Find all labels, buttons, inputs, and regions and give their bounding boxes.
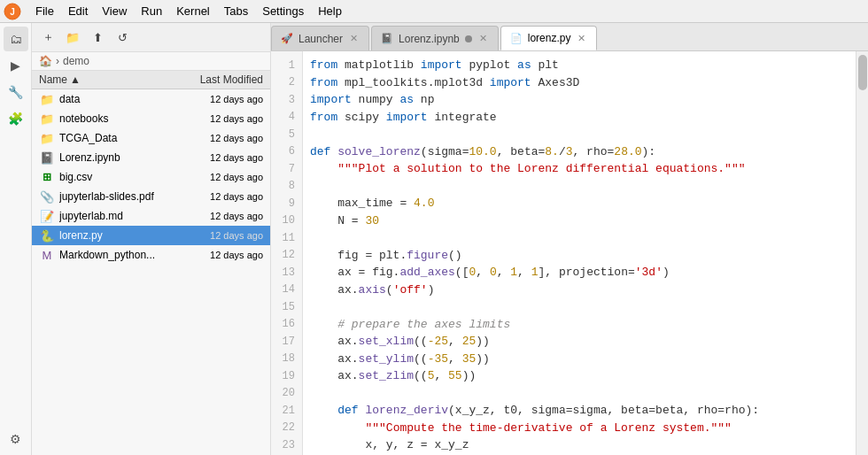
file-modified: 12 days ago xyxy=(174,113,263,124)
sidebar-settings-icon[interactable]: ⚙ xyxy=(4,427,28,451)
list-item[interactable]: 📁 data 12 days ago xyxy=(32,89,270,109)
tab-lorenz-py-close[interactable]: ✕ xyxy=(576,32,587,45)
sidebar-extension-icon[interactable]: 🧩 xyxy=(4,106,28,131)
list-item[interactable]: 📁 TCGA_Data 12 days ago xyxy=(32,128,270,148)
breadcrumb-home-icon: 🏠 xyxy=(39,55,52,67)
csv-icon: ⊞ xyxy=(39,169,55,185)
file-name: data xyxy=(59,93,174,105)
list-item[interactable]: 📓 Lorenz.ipynb 12 days ago xyxy=(32,148,270,167)
list-item[interactable]: 📝 jupyterlab.md 12 days ago xyxy=(32,206,270,226)
upload-button[interactable]: ⬆ xyxy=(87,27,108,48)
py-tab-icon: 📄 xyxy=(510,33,523,44)
list-item[interactable]: ⊞ big.csv 12 days ago xyxy=(32,167,270,187)
file-modified: 12 days ago xyxy=(174,172,263,182)
breadcrumb-separator: › xyxy=(56,55,59,67)
folder-icon: 📁 xyxy=(39,130,55,146)
sort-arrow-icon: ▲ xyxy=(70,73,81,86)
sidebar-tools-icon[interactable]: 🔧 xyxy=(4,80,28,104)
tab-launcher-close[interactable]: ✕ xyxy=(348,32,360,45)
pdf-icon: 📎 xyxy=(39,189,55,204)
file-name: Lorenz.ipynb xyxy=(59,151,174,164)
folder-icon: 📁 xyxy=(39,91,55,107)
menu-help[interactable]: Help xyxy=(311,3,349,19)
file-name: jupyterlab.md xyxy=(59,210,174,222)
scrollbar[interactable] xyxy=(856,51,868,455)
tab-lorenz-ipynb-close[interactable]: ✕ xyxy=(477,32,489,45)
main-content: 🚀 Launcher ✕ 📓 Lorenz.ipynb ✕ 📄 lorenz.p… xyxy=(271,23,868,455)
tab-lorenz-ipynb-label: Lorenz.ipynb xyxy=(399,33,460,45)
dirty-indicator xyxy=(465,35,472,42)
file-modified: 12 days ago xyxy=(174,230,263,241)
notebook-tab-icon: 📓 xyxy=(381,33,393,44)
tab-lorenz-py-label: lorenz.py xyxy=(528,32,571,44)
breadcrumb-folder[interactable]: demo xyxy=(63,55,89,67)
refresh-button[interactable]: ↺ xyxy=(112,27,133,48)
file-browser-toolbar: ＋ 📁 ⬆ ↺ xyxy=(32,23,270,52)
tab-launcher[interactable]: 🚀 Launcher ✕ xyxy=(271,26,369,50)
menu-kernel[interactable]: Kernel xyxy=(169,3,217,19)
file-name: Markdown_python... xyxy=(59,249,174,261)
col-header-name[interactable]: Name ▲ xyxy=(39,73,174,86)
md-icon: 📝 xyxy=(39,208,55,224)
menu-run[interactable]: Run xyxy=(134,3,169,19)
menu-settings[interactable]: Settings xyxy=(255,3,311,19)
menu-tabs[interactable]: Tabs xyxy=(217,3,255,19)
tab-lorenz-py[interactable]: 📄 lorenz.py ✕ xyxy=(500,26,598,50)
code-editor[interactable]: 1 2 3 4 5 6 7 8 9 10 11 12 13 14 15 16 1… xyxy=(271,51,868,455)
file-name: jupyterlab-slides.pdf xyxy=(59,190,174,203)
file-list-header: Name ▲ Last Modified xyxy=(32,71,270,89)
app-logo: J xyxy=(4,3,21,20)
file-name: lorenz.py xyxy=(59,229,174,242)
file-modified: 12 days ago xyxy=(174,152,263,163)
line-numbers: 1 2 3 4 5 6 7 8 9 10 11 12 13 14 15 16 1… xyxy=(271,51,303,455)
sidebar-run-icon[interactable]: ▶ xyxy=(4,53,28,78)
list-item[interactable]: M Markdown_python... 12 days ago xyxy=(32,245,270,265)
menu-bar: J File Edit View Run Kernel Tabs Setting… xyxy=(0,0,868,23)
sidebar-files-icon[interactable]: 🗂 xyxy=(4,27,28,51)
list-item[interactable]: 📎 jupyterlab-slides.pdf 12 days ago xyxy=(32,187,270,206)
code-content[interactable]: from matplotlib import pyplot as plt fro… xyxy=(303,51,856,455)
md-icon: M xyxy=(39,247,55,263)
new-file-button[interactable]: ＋ xyxy=(37,27,58,48)
sidebar-icons: 🗂 ▶ 🔧 🧩 ⚙ xyxy=(0,23,32,455)
col-header-modified: Last Modified xyxy=(174,73,263,86)
file-modified: 12 days ago xyxy=(174,211,263,221)
notebook-icon: 📓 xyxy=(39,150,55,166)
breadcrumb: 🏠 › demo xyxy=(32,52,270,71)
tab-bar: 🚀 Launcher ✕ 📓 Lorenz.ipynb ✕ 📄 lorenz.p… xyxy=(271,23,868,51)
tab-lorenz-ipynb[interactable]: 📓 Lorenz.ipynb ✕ xyxy=(371,26,499,50)
menu-file[interactable]: File xyxy=(28,3,61,19)
new-folder-button[interactable]: 📁 xyxy=(62,27,83,48)
scrollbar-thumb[interactable] xyxy=(858,55,867,90)
file-list: 📁 data 12 days ago 📁 notebooks 12 days a… xyxy=(32,89,270,455)
file-modified: 12 days ago xyxy=(174,191,263,202)
py-icon: 🐍 xyxy=(39,228,55,243)
tab-launcher-label: Launcher xyxy=(298,33,343,45)
menu-view[interactable]: View xyxy=(95,3,134,19)
file-modified: 12 days ago xyxy=(174,94,263,104)
file-browser-panel: ＋ 📁 ⬆ ↺ 🏠 › demo Name ▲ Last Modified 📁 … xyxy=(32,23,271,455)
file-modified: 12 days ago xyxy=(174,133,263,143)
launcher-tab-icon: 🚀 xyxy=(281,33,293,44)
folder-icon: 📁 xyxy=(39,111,55,127)
file-name: big.csv xyxy=(59,171,174,183)
file-name: notebooks xyxy=(59,112,174,125)
file-name: TCGA_Data xyxy=(59,132,174,144)
file-modified: 12 days ago xyxy=(174,250,263,260)
svg-text:J: J xyxy=(10,7,15,17)
list-item[interactable]: 📁 notebooks 12 days ago xyxy=(32,109,270,128)
menu-edit[interactable]: Edit xyxy=(61,3,95,19)
list-item-lorenz-py[interactable]: 🐍 lorenz.py 12 days ago xyxy=(32,226,270,245)
